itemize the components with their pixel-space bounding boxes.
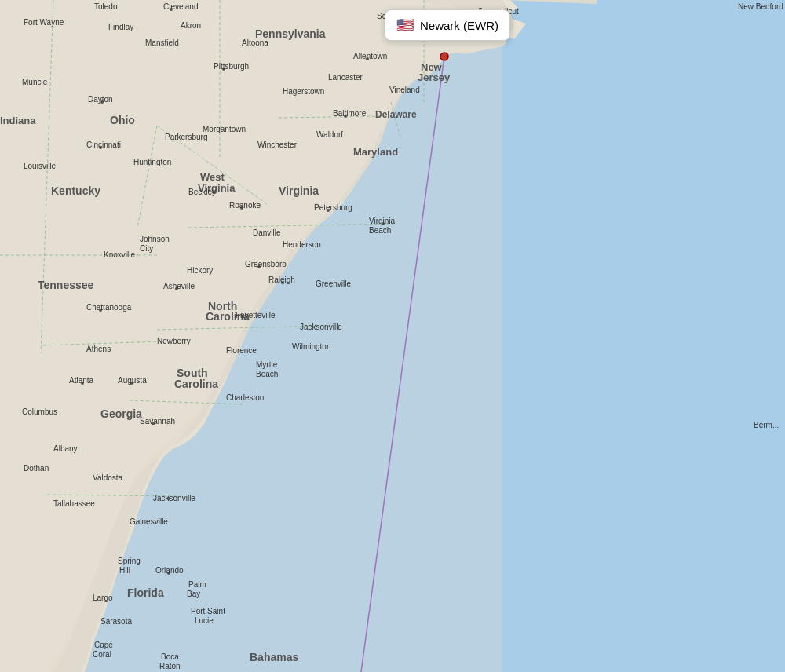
svg-text:Toledo: Toledo	[94, 2, 118, 11]
svg-text:Vineland: Vineland	[389, 86, 420, 94]
svg-text:Cleveland: Cleveland	[163, 2, 198, 11]
svg-text:Ohio: Ohio	[110, 114, 135, 126]
svg-text:Bay: Bay	[187, 590, 200, 598]
svg-text:Savannah: Savannah	[140, 417, 175, 425]
svg-text:Pennsylvania: Pennsylvania	[255, 27, 326, 40]
svg-text:Charleston: Charleston	[226, 393, 264, 402]
svg-text:Athens: Athens	[86, 345, 111, 353]
svg-text:Beckley: Beckley	[188, 188, 216, 196]
svg-text:Albany: Albany	[53, 444, 78, 453]
map-container: Fort Wayne Toledo Cleveland Findlay Akro…	[0, 0, 785, 672]
svg-text:Wilmington: Wilmington	[292, 342, 330, 351]
svg-text:Sarasota: Sarasota	[100, 617, 132, 626]
svg-text:Virginia: Virginia	[369, 217, 396, 225]
svg-text:Knoxville: Knoxville	[104, 250, 135, 259]
svg-text:Columbus: Columbus	[22, 407, 57, 416]
svg-point-129	[442, 54, 447, 59]
svg-text:Winchester: Winchester	[257, 141, 298, 149]
svg-text:Atlanta: Atlanta	[69, 376, 94, 385]
svg-text:Hickory: Hickory	[187, 266, 213, 275]
svg-text:Chattanooga: Chattanooga	[86, 303, 132, 312]
svg-text:Beach: Beach	[369, 226, 391, 235]
svg-text:Bahamas: Bahamas	[250, 651, 298, 663]
svg-text:Johnson: Johnson	[140, 235, 170, 243]
svg-text:Gainesville: Gainesville	[130, 517, 168, 526]
svg-text:Carolina: Carolina	[174, 378, 218, 390]
svg-text:Cincinnati: Cincinnati	[86, 141, 121, 149]
svg-text:Greensboro: Greensboro	[245, 260, 287, 268]
svg-text:Allentown: Allentown	[353, 52, 387, 60]
svg-text:Augusta: Augusta	[118, 376, 147, 385]
svg-text:Huntington: Huntington	[133, 158, 171, 166]
svg-text:Akron: Akron	[181, 21, 201, 30]
svg-text:Lancaster: Lancaster	[328, 73, 363, 82]
svg-text:Baltimore: Baltimore	[333, 109, 367, 118]
svg-text:Coral: Coral	[93, 650, 111, 659]
svg-text:Waldorf: Waldorf	[316, 130, 343, 139]
svg-text:Kentucky: Kentucky	[51, 184, 100, 197]
svg-text:Largo: Largo	[93, 593, 113, 602]
airport-popup[interactable]: 🇺🇸 Newark (EWR)	[385, 9, 510, 41]
svg-text:Fort Wayne: Fort Wayne	[24, 18, 64, 27]
svg-text:Asheville: Asheville	[163, 282, 195, 290]
svg-text:New Bedford: New Bedford	[738, 2, 783, 11]
svg-text:Greenville: Greenville	[316, 279, 351, 288]
svg-text:Raton: Raton	[159, 662, 181, 670]
svg-text:Port Saint: Port Saint	[191, 607, 225, 615]
svg-text:Fayetteville: Fayetteville	[236, 311, 276, 320]
svg-text:Lucie: Lucie	[195, 616, 214, 625]
svg-text:West: West	[200, 171, 225, 183]
svg-text:Newberry: Newberry	[157, 337, 191, 345]
svg-text:Orlando: Orlando	[155, 566, 184, 575]
svg-text:Pittsburgh: Pittsburgh	[214, 62, 249, 71]
svg-text:Palm: Palm	[188, 580, 206, 589]
svg-text:Muncie: Muncie	[22, 78, 48, 86]
svg-text:Roanoke: Roanoke	[229, 201, 261, 210]
svg-text:Tallahassee: Tallahassee	[53, 499, 95, 508]
svg-text:Cape: Cape	[94, 641, 113, 649]
svg-text:Boca: Boca	[161, 652, 179, 661]
flag-icon: 🇺🇸	[396, 16, 414, 34]
svg-text:City: City	[140, 244, 153, 253]
svg-text:Valdosta: Valdosta	[93, 473, 123, 482]
svg-text:Myrtle: Myrtle	[256, 360, 278, 369]
svg-text:Jacksonville: Jacksonville	[153, 494, 195, 502]
svg-text:Spring: Spring	[118, 557, 141, 565]
svg-text:Berm...: Berm...	[754, 421, 779, 429]
svg-text:Danville: Danville	[253, 228, 281, 237]
svg-text:Mansfield: Mansfield	[145, 38, 179, 47]
svg-text:Findlay: Findlay	[108, 23, 133, 31]
airport-label: Newark (EWR)	[420, 19, 498, 32]
svg-text:Georgia: Georgia	[100, 407, 142, 420]
svg-text:Tennessee: Tennessee	[38, 279, 94, 291]
map-svg: Fort Wayne Toledo Cleveland Findlay Akro…	[0, 0, 785, 672]
svg-text:Henderson: Henderson	[283, 240, 321, 249]
svg-text:Dayton: Dayton	[88, 95, 113, 104]
svg-text:Parkersburg: Parkersburg	[165, 133, 207, 141]
svg-text:Jacksonville: Jacksonville	[300, 323, 342, 331]
svg-text:Virginia: Virginia	[279, 184, 319, 197]
svg-text:Maryland: Maryland	[353, 146, 398, 158]
svg-text:Petersburg: Petersburg	[314, 203, 352, 212]
svg-text:Raleigh: Raleigh	[268, 276, 295, 284]
svg-text:Beach: Beach	[256, 370, 278, 378]
svg-text:Jersey: Jersey	[418, 71, 451, 83]
svg-text:Delaware: Delaware	[375, 109, 417, 120]
svg-text:Hill: Hill	[119, 566, 130, 575]
svg-text:Hagerstown: Hagerstown	[283, 87, 324, 96]
svg-text:Florence: Florence	[226, 346, 257, 355]
svg-text:Florida: Florida	[127, 586, 164, 599]
svg-text:Louisville: Louisville	[24, 162, 57, 170]
svg-text:Dothan: Dothan	[24, 464, 49, 473]
svg-text:Indiana: Indiana	[0, 115, 36, 126]
svg-text:Morgantown: Morgantown	[203, 125, 246, 133]
